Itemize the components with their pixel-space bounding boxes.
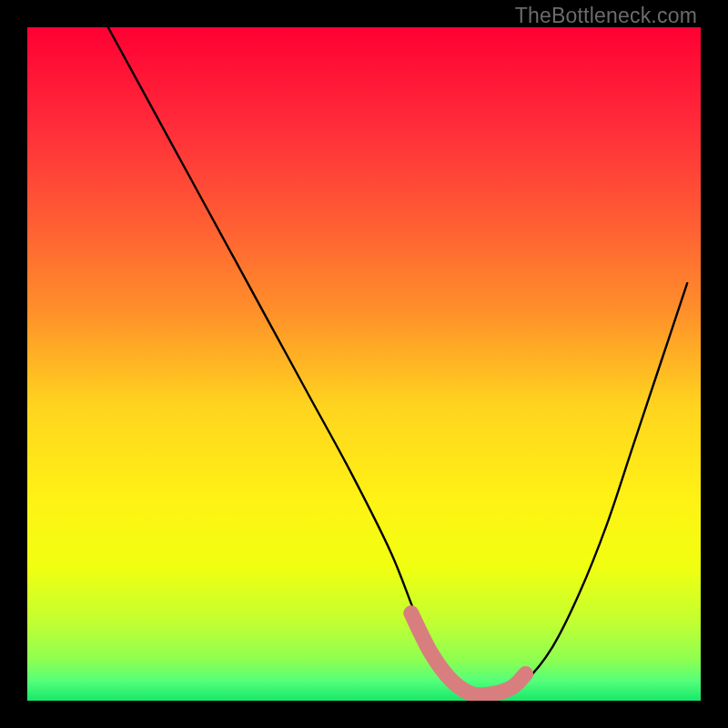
chart-background: [27, 27, 701, 701]
bottleneck-chart: [27, 27, 701, 701]
watermark: TheBottleneck.com: [515, 4, 697, 28]
